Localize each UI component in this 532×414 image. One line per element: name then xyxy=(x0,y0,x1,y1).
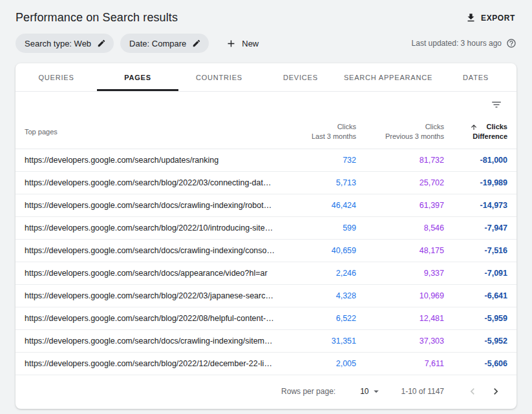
rows-per-page-label: Rows per page: xyxy=(281,387,335,396)
clicks-previous-cell: 25,702 xyxy=(356,172,444,194)
tab-devices[interactable]: DEVICES xyxy=(260,63,341,91)
page-url-cell[interactable]: https://developers.google.com/search/doc… xyxy=(16,330,282,353)
date-compare-chip[interactable]: Date: Compare xyxy=(120,34,209,53)
filter-bar: Search type: Web Date: Compare New Last … xyxy=(0,30,532,53)
tab-queries[interactable]: QUERIES xyxy=(16,63,97,91)
page-url-cell[interactable]: https://developers.google.com/search/upd… xyxy=(16,149,282,172)
pages-table: Top pages Clicks Last 3 months Clicks Pr… xyxy=(16,114,516,375)
chevron-left-icon xyxy=(466,385,479,398)
tab-pages[interactable]: PAGES xyxy=(97,63,178,91)
clicks-previous-cell: 37,303 xyxy=(356,330,444,353)
performance-table-card: QUERIES PAGES COUNTRIES DEVICES SEARCH A… xyxy=(16,63,516,409)
table-row[interactable]: https://developers.google.com/search/blo… xyxy=(16,217,516,240)
date-compare-chip-label: Date: Compare xyxy=(129,39,186,48)
plus-icon xyxy=(226,38,237,49)
table-row[interactable]: https://developers.google.com/search/doc… xyxy=(16,262,516,285)
clicks-previous-cell: 8,546 xyxy=(356,217,444,240)
clicks-difference-cell: -5,606 xyxy=(444,353,516,375)
edit-icon xyxy=(192,39,201,48)
clicks-previous-header-line2: Previous 3 months xyxy=(356,132,444,141)
clicks-previous-cell: 12,481 xyxy=(356,307,444,330)
table-footer: Rows per page: 10 1-10 of 1147 xyxy=(16,375,516,409)
clicks-difference-cell: -7,516 xyxy=(444,240,516,262)
clicks-previous-cell: 7,611 xyxy=(356,353,444,375)
new-filter-label: New xyxy=(242,39,259,48)
clicks-difference-cell: -6,641 xyxy=(444,285,516,307)
column-header-top-pages[interactable]: Top pages xyxy=(16,114,282,149)
table-row[interactable]: https://developers.google.com/search/doc… xyxy=(16,194,516,217)
clicks-previous-cell: 81,732 xyxy=(356,149,444,172)
tab-search-appearance[interactable]: SEARCH APPEARANCE xyxy=(341,63,435,91)
search-type-chip[interactable]: Search type: Web xyxy=(16,34,114,53)
page-url-cell[interactable]: https://developers.google.com/search/doc… xyxy=(16,262,282,285)
rows-per-page-value: 10 xyxy=(360,387,368,396)
clicks-difference-cell: -7,091 xyxy=(444,262,516,285)
clicks-difference-cell: -14,973 xyxy=(444,194,516,217)
clicks-last-cell: 5,713 xyxy=(282,172,356,194)
tab-dates[interactable]: DATES xyxy=(435,63,516,91)
page-title: Performance on Search results xyxy=(16,11,178,25)
clicks-previous-cell: 10,969 xyxy=(356,285,444,307)
clicks-previous-cell: 48,175 xyxy=(356,240,444,262)
column-header-clicks-previous[interactable]: Clicks Previous 3 months xyxy=(356,114,444,149)
chevron-right-icon xyxy=(489,385,502,398)
sort-ascending-icon xyxy=(470,123,478,131)
page-url-cell[interactable]: https://developers.google.com/search/blo… xyxy=(16,285,282,307)
table-row[interactable]: https://developers.google.com/search/doc… xyxy=(16,240,516,262)
page-url-cell[interactable]: https://developers.google.com/search/blo… xyxy=(16,353,282,375)
clicks-difference-header-line2: Difference xyxy=(444,132,507,141)
column-header-clicks-last[interactable]: Clicks Last 3 months xyxy=(282,114,356,149)
clicks-previous-cell: 61,397 xyxy=(356,194,444,217)
table-toolbar xyxy=(16,92,516,114)
table-header-row: Top pages Clicks Last 3 months Clicks Pr… xyxy=(16,114,516,149)
page-url-cell[interactable]: https://developers.google.com/search/blo… xyxy=(16,172,282,194)
table-body: https://developers.google.com/search/upd… xyxy=(16,149,516,375)
previous-page-button[interactable] xyxy=(463,382,482,400)
page-url-cell[interactable]: https://developers.google.com/search/blo… xyxy=(16,307,282,330)
clicks-previous-header-line1: Clicks xyxy=(425,122,444,132)
filter-list-icon[interactable] xyxy=(489,98,504,112)
export-label: EXPORT xyxy=(481,14,515,23)
table-row[interactable]: https://developers.google.com/search/doc… xyxy=(16,330,516,353)
table-row[interactable]: https://developers.google.com/search/blo… xyxy=(16,285,516,307)
table-row[interactable]: https://developers.google.com/search/blo… xyxy=(16,307,516,330)
dropdown-arrow-icon xyxy=(370,386,382,397)
clicks-difference-header-line1: Clicks xyxy=(487,122,507,132)
clicks-last-cell: 599 xyxy=(282,217,356,240)
clicks-last-cell: 4,328 xyxy=(282,285,356,307)
page-url-cell[interactable]: https://developers.google.com/search/doc… xyxy=(16,194,282,217)
tab-bar: QUERIES PAGES COUNTRIES DEVICES SEARCH A… xyxy=(16,63,516,92)
page-url-cell[interactable]: https://developers.google.com/search/doc… xyxy=(16,240,282,262)
clicks-last-cell: 732 xyxy=(282,149,356,172)
tab-countries[interactable]: COUNTRIES xyxy=(178,63,260,91)
column-header-clicks-difference[interactable]: Clicks Difference xyxy=(444,114,516,149)
table-header: Top pages Clicks Last 3 months Clicks Pr… xyxy=(16,114,516,149)
clicks-last-cell: 31,351 xyxy=(282,330,356,353)
clicks-previous-cell: 9,337 xyxy=(356,262,444,285)
table-row[interactable]: https://developers.google.com/search/upd… xyxy=(16,149,516,172)
clicks-difference-cell: -5,959 xyxy=(444,307,516,330)
last-updated: Last updated: 3 hours ago xyxy=(412,38,516,48)
table-row[interactable]: https://developers.google.com/search/blo… xyxy=(16,172,516,194)
rows-per-page-select[interactable]: 10 xyxy=(360,386,381,397)
clicks-last-cell: 2,005 xyxy=(282,353,356,375)
clicks-last-cell: 2,246 xyxy=(282,262,356,285)
table-row[interactable]: https://developers.google.com/search/blo… xyxy=(16,353,516,375)
clicks-last-cell: 46,424 xyxy=(282,194,356,217)
export-button[interactable]: EXPORT xyxy=(464,10,516,26)
pagination-range: 1-10 of 1147 xyxy=(401,387,445,396)
help-icon[interactable] xyxy=(506,38,516,48)
search-console-performance-page: Performance on Search results EXPORT Sea… xyxy=(0,0,532,409)
clicks-difference-cell: -19,989 xyxy=(444,172,516,194)
clicks-last-cell: 40,659 xyxy=(282,240,356,262)
clicks-difference-cell: -7,947 xyxy=(444,217,516,240)
search-type-chip-label: Search type: Web xyxy=(25,39,91,48)
clicks-last-header-line2: Last 3 months xyxy=(282,132,356,141)
page-url-cell[interactable]: https://developers.google.com/search/blo… xyxy=(16,217,282,240)
last-updated-text: Last updated: 3 hours ago xyxy=(412,39,502,48)
clicks-difference-cell: -81,000 xyxy=(444,149,516,172)
new-filter-button[interactable]: New xyxy=(222,36,262,52)
top-bar: Performance on Search results EXPORT xyxy=(0,0,532,30)
download-icon xyxy=(465,12,476,23)
next-page-button[interactable] xyxy=(487,382,505,400)
